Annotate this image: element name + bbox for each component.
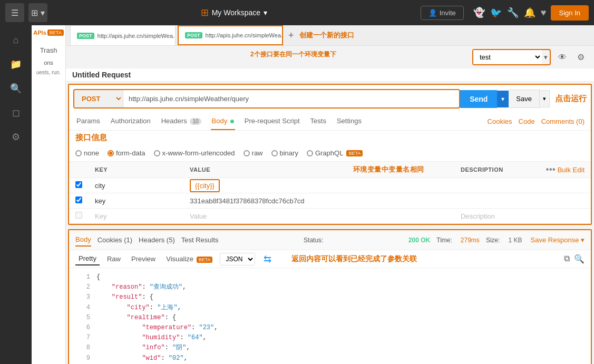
visualize-beta-badge: BETA <box>197 257 213 263</box>
key-key[interactable]: key <box>89 193 183 209</box>
response-tab-headers[interactable]: Headers (5) <box>139 234 175 246</box>
env-selector-wrap: test production development ▾ <box>472 49 551 65</box>
tab-body[interactable]: Body <box>211 113 235 130</box>
radio-binary <box>271 150 278 156</box>
body-type-graphql[interactable]: GraphQL BETA <box>307 149 363 157</box>
sidebar-home-icon[interactable]: ⌂ <box>0 31 32 50</box>
code-block: 1 { 2 "reason": "查询成功", 3 "result": { 4 … <box>69 268 591 364</box>
sidebar-search-icon[interactable]: 🔍 <box>0 78 32 99</box>
wrench-icon[interactable]: 🔧 <box>507 7 519 18</box>
tab-prerequest[interactable]: Pre-request Script <box>244 113 301 130</box>
tab-headers[interactable]: Headers 10 <box>160 113 202 130</box>
table-row-placeholder: Key Value Description <box>69 209 591 224</box>
key-placeholder[interactable]: Key <box>89 209 183 224</box>
response-tab-testresults[interactable]: Test Results <box>181 234 219 246</box>
request-title: Untitled Request <box>66 68 594 82</box>
params-table-wrapper: KEY VALUE 环境变量中变量名相同 DESCRIPTION ••• Bul… <box>69 162 591 224</box>
code-line-2: 2 "reason": "查询成功", <box>69 282 591 292</box>
checkbox-city[interactable] <box>69 178 89 193</box>
send-button[interactable]: Send <box>460 90 497 108</box>
response-tab-cookies[interactable]: Cookies (1) <box>98 234 132 246</box>
person-icon: 👤 <box>429 9 437 17</box>
body-type-binary[interactable]: binary <box>271 149 298 157</box>
sign-in-button[interactable]: Sign In <box>551 5 589 21</box>
env-gear-button[interactable]: ⚙ <box>574 50 588 64</box>
tab-1[interactable]: POST http://apis.juhe.cn/simpleWea... <box>70 25 176 45</box>
url-input[interactable] <box>123 91 459 107</box>
radio-formdata <box>108 150 114 156</box>
col-description: DESCRIPTION <box>454 162 525 178</box>
json-tab-preview[interactable]: Preview <box>128 253 159 265</box>
key-city[interactable]: city <box>89 178 183 193</box>
ghost-icon[interactable]: 👻 <box>473 7 485 18</box>
code-line-7: 7 "humidity": "64", <box>69 333 591 343</box>
menu-button[interactable]: ☰ <box>5 3 24 22</box>
sidebar-settings-icon[interactable]: ⚙ <box>0 127 32 147</box>
value-key[interactable]: 331eab8f3481f37868378fcdc76cb7cd <box>183 193 347 209</box>
body-type-formdata[interactable]: form-data <box>108 149 145 157</box>
status-value: 200 OK <box>408 237 430 244</box>
value-city[interactable]: {{city}} <box>183 178 347 193</box>
method-select[interactable]: POST GET PUT DELETE <box>74 90 123 107</box>
nav-secondary-button[interactable]: ⊞ ▾ <box>28 3 47 22</box>
trash-label[interactable]: Trash <box>40 46 57 54</box>
save-response-button[interactable]: Save Response ▾ <box>531 236 585 244</box>
copy-icon[interactable]: ⧉ <box>564 254 570 264</box>
save-dropdown-button[interactable]: ▾ <box>540 90 550 107</box>
checkbox-city-input[interactable] <box>75 181 82 188</box>
heart-icon[interactable]: ♥ <box>541 7 547 18</box>
right-tabs: Cookies Code Comments (0) <box>488 117 585 125</box>
bulk-edit-button[interactable]: Bulk Edit <box>558 166 585 174</box>
sidebar-api-icon[interactable]: ◻ <box>0 103 32 123</box>
tab-tests[interactable]: Tests <box>309 113 327 130</box>
interface-annotation-row: 接口信息 <box>69 131 591 145</box>
json-tab-visualize[interactable]: Visualize BETA <box>163 253 216 265</box>
tab-code[interactable]: Code <box>519 117 535 125</box>
bird-icon[interactable]: 🐦 <box>490 7 502 18</box>
search-icon[interactable]: 🔍 <box>574 254 585 264</box>
sidebar-folder-icon[interactable]: 📁 <box>0 54 32 74</box>
json-tab-raw[interactable]: Raw <box>104 253 124 265</box>
json-tab-pretty[interactable]: Pretty <box>75 252 100 265</box>
response-tab-body[interactable]: Body <box>75 233 91 247</box>
desc-key[interactable] <box>454 193 525 209</box>
env-var-annotation: 环境变量中变量名相同 <box>353 165 424 173</box>
body-type-raw[interactable]: raw <box>244 149 263 157</box>
checkbox-key[interactable] <box>69 193 89 209</box>
tab-comments[interactable]: Comments (0) <box>541 117 585 125</box>
tab-authorization[interactable]: Authorization <box>110 113 152 130</box>
body-types-row: none form-data x-www-form-urlencoded raw… <box>69 145 591 162</box>
three-dots-icon[interactable]: ••• <box>546 165 556 174</box>
tab-params[interactable]: Params <box>75 113 101 130</box>
request-panel: POST GET PUT DELETE Send ▾ Save ▾ 点击运行 <box>68 84 592 225</box>
tab-settings[interactable]: Settings <box>336 113 363 130</box>
checkbox-key-input[interactable] <box>75 196 82 203</box>
same-env-annotation: 2个接口要在同一个环境变量下 <box>250 50 336 59</box>
main-layout: ⌂ 📁 🔍 ◻ ⚙ APIs BETA Trash ons uests, run… <box>0 25 594 364</box>
workspace-button[interactable]: ⊞ My Workspace ▾ <box>201 7 267 18</box>
body-type-urlencoded[interactable]: x-www-form-urlencoded <box>154 149 235 157</box>
graphql-label: GraphQL <box>315 149 343 157</box>
tab-2[interactable]: POST http://apis.juhe.cn/simpleWea... <box>178 25 283 45</box>
return-content-annotation: 返回内容可以看到已经完成了参数关联 <box>291 254 417 264</box>
save-button[interactable]: Save <box>509 90 540 108</box>
env-eye-button[interactable]: 👁 <box>555 51 570 64</box>
click-run-annotation: 点击运行 <box>555 94 587 104</box>
tab-method-2: POST <box>185 32 202 38</box>
desc-placeholder[interactable]: Description <box>454 209 525 224</box>
desc-city[interactable] <box>454 178 525 193</box>
env-select[interactable]: test production development <box>473 50 542 64</box>
format-icon[interactable]: ⇆ <box>264 253 271 265</box>
bell-icon[interactable]: 🔔 <box>524 7 535 18</box>
size-value: 1 KB <box>509 237 522 244</box>
env-bar: 2个接口要在同一个环境变量下 test production developme… <box>66 46 594 68</box>
apis-label: APIs <box>33 29 46 36</box>
value-placeholder[interactable]: Value <box>183 209 347 224</box>
json-type-select[interactable]: JSON XML HTML Text <box>220 253 255 265</box>
send-dropdown-button[interactable]: ▾ <box>497 91 509 107</box>
tab-cookies[interactable]: Cookies <box>488 117 512 125</box>
new-tab-button[interactable]: + <box>285 30 297 41</box>
body-type-none[interactable]: none <box>75 149 99 157</box>
interface-info-annotation: 接口信息 <box>75 133 107 142</box>
invite-button[interactable]: 👤 Invite <box>421 6 464 20</box>
